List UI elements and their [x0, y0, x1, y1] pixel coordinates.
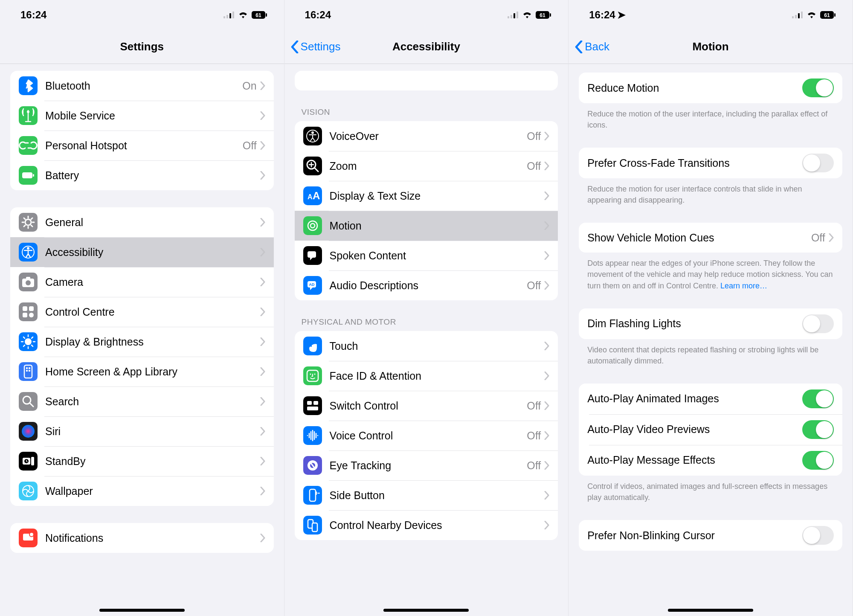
audio-desc-icon: AD — [303, 276, 322, 295]
row-camera[interactable]: Camera — [10, 267, 274, 297]
svg-point-52 — [310, 374, 311, 375]
row-voiceover[interactable]: VoiceOver Off — [295, 121, 558, 151]
svg-rect-2 — [229, 13, 231, 18]
svg-rect-54 — [307, 401, 312, 405]
accessibility-scroll[interactable]: VISION VoiceOver Off Zoom Off AA Display… — [284, 64, 569, 616]
row-battery[interactable]: Battery — [10, 160, 274, 190]
home-indicator[interactable] — [383, 609, 469, 612]
chevron-right-icon — [829, 233, 834, 242]
row-audio-desc[interactable]: AD Audio Descriptions Off — [295, 270, 558, 300]
row-side-button[interactable]: Side Button — [295, 480, 558, 510]
back-button[interactable]: Settings — [284, 40, 341, 53]
svg-rect-64 — [795, 15, 797, 18]
row-search[interactable]: Search — [10, 386, 274, 416]
row-touch[interactable]: Touch — [295, 331, 558, 361]
row-switch-control[interactable]: Switch Control Off — [295, 391, 558, 421]
status-icons: 61 — [508, 11, 551, 19]
row-mobile-service[interactable]: Mobile Service — [10, 101, 274, 131]
home-indicator[interactable] — [99, 609, 185, 612]
nav-bar: Settings — [0, 30, 284, 64]
row-label: Control Centre — [45, 306, 260, 318]
row-nearby-devices[interactable]: Control Nearby Devices — [295, 510, 558, 540]
svg-rect-25 — [29, 370, 30, 372]
bluetooth-icon — [19, 76, 38, 95]
home-indicator[interactable] — [668, 609, 753, 612]
row-label: Wallpaper — [45, 485, 260, 497]
svg-rect-62 — [312, 523, 317, 532]
svg-point-12 — [27, 247, 29, 250]
battery-icon: 61 — [820, 11, 836, 19]
auto-message-toggle[interactable] — [802, 451, 834, 470]
svg-rect-35 — [511, 15, 512, 18]
dim-flashing-toggle[interactable] — [802, 314, 834, 333]
row-eye-tracking[interactable]: Eye Tracking Off — [295, 450, 558, 480]
settings-scroll[interactable]: Bluetooth On Mobile Service Personal Hot… — [0, 64, 284, 616]
row-faceid[interactable]: Face ID & Attention — [295, 361, 558, 391]
svg-rect-24 — [26, 370, 28, 372]
page-title: Motion — [569, 40, 853, 53]
chevron-right-icon — [544, 281, 549, 290]
row-control-centre[interactable]: Control Centre — [10, 297, 274, 327]
row-motion[interactable]: Motion — [295, 211, 558, 241]
zoom-icon — [303, 157, 322, 175]
spoken-content-icon — [303, 246, 322, 265]
row-display-text[interactable]: AA Display & Text Size — [295, 181, 558, 211]
row-siri[interactable]: Siri — [10, 416, 274, 446]
row-label: Notifications — [45, 532, 260, 544]
auto-video-toggle[interactable] — [802, 420, 834, 439]
row-display[interactable]: Display & Brightness — [10, 327, 274, 357]
cellular-icon — [508, 12, 519, 18]
learn-more-link[interactable]: Learn more… — [720, 282, 767, 290]
svg-text:A: A — [308, 193, 313, 200]
standby-icon — [19, 452, 38, 471]
row-value: Off — [527, 400, 541, 412]
row-zoom[interactable]: Zoom Off — [295, 151, 558, 181]
reduce-motion-toggle[interactable] — [802, 78, 834, 97]
chevron-right-icon — [260, 248, 265, 256]
svg-point-53 — [314, 374, 315, 375]
faceid-icon — [303, 366, 322, 385]
chevron-right-icon — [260, 337, 265, 346]
svg-point-33 — [29, 532, 34, 537]
motion-scroll[interactable]: Reduce Motion Reduce the motion of the u… — [569, 64, 853, 616]
row-wallpaper[interactable]: Wallpaper — [10, 476, 274, 506]
personal-hotspot-icon — [19, 136, 38, 155]
row-bluetooth[interactable]: Bluetooth On — [10, 71, 274, 101]
cellular-icon — [223, 12, 235, 18]
chevron-right-icon — [544, 372, 549, 380]
row-vehicle-cues[interactable]: Show Vehicle Motion Cues Off — [579, 223, 842, 253]
back-button[interactable]: Back — [569, 40, 609, 53]
row-voice-control[interactable]: Voice Control Off — [295, 421, 558, 450]
row-label: Switch Control — [330, 400, 527, 412]
row-label: Audio Descriptions — [330, 279, 527, 292]
footer-cross-fade: Reduce the motion for user interface con… — [579, 178, 842, 206]
cross-fade-toggle[interactable] — [802, 154, 834, 172]
row-home-screen[interactable]: Home Screen & App Library — [10, 357, 274, 386]
status-bar: 16:24 61 — [284, 0, 569, 30]
chevron-right-icon — [544, 221, 549, 230]
row-notifications[interactable]: Notifications — [10, 523, 274, 553]
row-label: Prefer Non-Blinking Cursor — [587, 529, 802, 542]
siri-icon — [19, 422, 38, 441]
svg-rect-1 — [226, 15, 228, 18]
chevron-right-icon — [260, 457, 265, 465]
row-accessibility[interactable]: Accessibility — [10, 237, 274, 267]
row-label: Eye Tracking — [330, 459, 527, 472]
row-label: Siri — [45, 425, 260, 438]
svg-rect-48 — [308, 251, 316, 258]
row-label: Camera — [45, 276, 260, 288]
row-value: Off — [527, 459, 541, 472]
row-general[interactable]: General — [10, 207, 274, 237]
chevron-right-icon — [260, 171, 265, 180]
chevron-right-icon — [260, 367, 265, 376]
chevron-right-icon — [260, 278, 265, 286]
svg-rect-65 — [798, 13, 800, 18]
display-icon — [19, 332, 38, 351]
row-label: Touch — [330, 340, 545, 352]
battery-icon — [19, 166, 38, 185]
row-spoken-content[interactable]: Spoken Content — [295, 241, 558, 270]
non-blinking-toggle[interactable] — [802, 526, 834, 545]
row-standby[interactable]: StandBy — [10, 446, 274, 476]
row-personal-hotspot[interactable]: Personal Hotspot Off — [10, 131, 274, 160]
auto-images-toggle[interactable] — [802, 389, 834, 408]
